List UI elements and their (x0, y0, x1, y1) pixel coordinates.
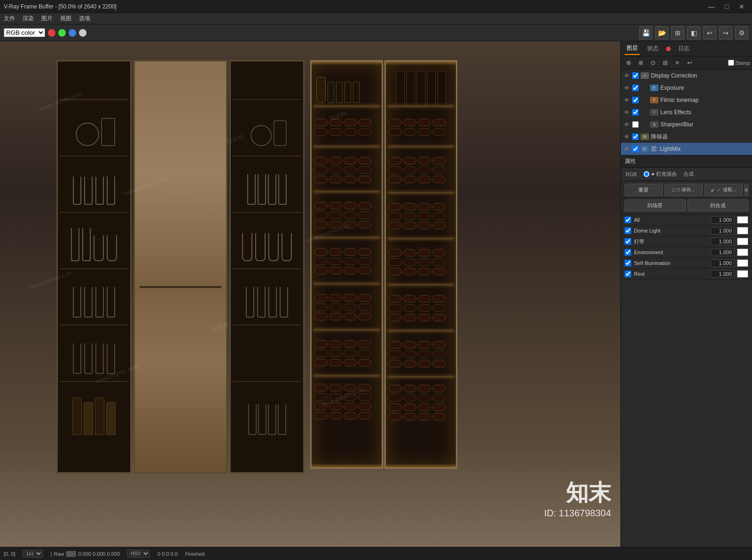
light-color-swatch-5[interactable] (737, 270, 748, 278)
layer-visible-check[interactable] (632, 121, 639, 128)
eye-icon[interactable]: 👁 (623, 121, 630, 128)
prop-buttons: 重置 □ □ 保存... ↙ ↙ 读取... ≡ (621, 181, 752, 199)
light-name-4: Self Illumination (634, 260, 708, 266)
light-value-0[interactable] (711, 216, 734, 224)
layer-filmic[interactable]: 👁 F Filmic tonemap (621, 94, 752, 106)
layer-sharpen[interactable]: 👁 S Sharpen/Blur (621, 118, 752, 131)
layer-lens[interactable]: 👁 + Lens Effects (621, 106, 752, 118)
light-value-5[interactable] (711, 270, 734, 278)
layer-visible-check[interactable] (632, 146, 639, 152)
light-value-4[interactable] (711, 259, 734, 267)
green-channel-dot[interactable] (58, 29, 66, 37)
light-check-5[interactable] (625, 271, 631, 277)
open-folder-button[interactable]: 📂 (655, 26, 668, 39)
layer-display-correction[interactable]: 👁 ✓ Display Correction (621, 70, 752, 82)
light-color-swatch-4[interactable] (737, 259, 748, 267)
layer-visible-check[interactable] (632, 133, 639, 140)
render-region-button[interactable]: ⊞ (671, 26, 684, 39)
minimize-button[interactable]: — (705, 0, 718, 13)
layer-type-icon: 层: (641, 146, 649, 152)
eye-icon[interactable]: 👁 (623, 145, 630, 153)
blue-channel-dot[interactable] (69, 29, 76, 37)
color-mode-select[interactable]: RGB color Alpha Luminance (4, 28, 45, 37)
light-mix-row: Rest (621, 269, 752, 280)
light-color-swatch-1[interactable] (737, 227, 748, 234)
add-layer-button[interactable]: ⊕ (623, 57, 634, 69)
tab-rgb[interactable]: RGB (623, 171, 640, 178)
light-color-swatch-0[interactable] (737, 216, 748, 224)
stamp-checkbox[interactable] (728, 60, 734, 66)
light-check-4[interactable] (625, 260, 631, 266)
compare-button[interactable]: ◧ (687, 26, 700, 39)
layer-visible-check[interactable] (632, 85, 639, 91)
eye-icon[interactable]: 👁 (623, 72, 630, 79)
layer-visible-check[interactable] (632, 97, 639, 103)
layer-visible-check[interactable] (632, 109, 639, 116)
load-button[interactable]: ↙ ↙ 读取... (705, 184, 743, 196)
reset-button[interactable]: 重置 (625, 184, 663, 196)
format-select[interactable]: HSV RGB (127, 550, 150, 558)
merge-layer-button[interactable]: ⊞ (659, 57, 671, 69)
menu-item-渲染[interactable]: 渲染 (23, 15, 34, 23)
eye-icon[interactable]: 👁 (623, 84, 630, 92)
coords-display: [0, 0] (4, 551, 15, 557)
layer-name: 降噪器 (651, 133, 750, 141)
light-name-3: Environment (634, 249, 708, 255)
load-icon: ↙ (711, 187, 715, 193)
light-check-0[interactable] (625, 217, 631, 223)
to-composite-button[interactable]: 到合成 (688, 199, 749, 211)
layer-type-icon: F (650, 97, 658, 103)
layer-visible-check[interactable] (632, 72, 639, 79)
layer-name: Display Correction (651, 72, 750, 79)
layers-list: 👁 ✓ Display Correction 👁 E Exposure 👁 F … (621, 70, 752, 156)
zoom-select[interactable]: 1x1 2x2 (23, 550, 43, 558)
raw-indicator: | Raw 0.000 0.000 0.000 (50, 551, 120, 557)
undo-button[interactable]: ↩ (703, 26, 716, 39)
layer-list-button[interactable]: ≡ (672, 57, 683, 69)
eye-icon[interactable]: 👁 (623, 133, 630, 140)
layer-undo-button[interactable]: ↩ (684, 57, 695, 69)
light-value-3[interactable] (711, 249, 734, 256)
status-dot (666, 47, 671, 51)
to-scene-button[interactable]: 到场景 (625, 199, 686, 211)
white-channel-dot[interactable] (79, 29, 86, 37)
layer-name: Lens Effects (660, 109, 750, 116)
menu-item-文件[interactable]: 文件 (4, 15, 15, 23)
close-button[interactable]: ✕ (735, 0, 748, 13)
save-button[interactable]: □ □ 保存... (665, 184, 703, 196)
eye-icon[interactable]: 👁 (623, 96, 630, 104)
menu-item-图片[interactable]: 图片 (41, 15, 53, 23)
duplicate-layer-button[interactable]: ⊙ (647, 57, 658, 69)
properties-section: 属性 RGB ● 灯光混合 合成 重置 □ □ 保存... (621, 156, 752, 547)
tab-layers[interactable]: 图层 (625, 42, 640, 55)
layer-lightmix[interactable]: 👁 层: 层: LightMix (621, 143, 752, 155)
layer-type-icon: S (650, 121, 658, 128)
toolbar: RGB color Alpha Luminance 💾 📂 ⊞ ◧ ↩ ↪ ⚙ (0, 24, 752, 41)
layer-denoiser[interactable]: 👁 降 降噪器 (621, 131, 752, 143)
layer-type-icon: + (650, 109, 658, 116)
menu-item-选项[interactable]: 选项 (79, 15, 90, 23)
tab-composite[interactable]: 合成 (681, 170, 697, 179)
layer-exposure[interactable]: 👁 E Exposure (621, 82, 752, 94)
red-channel-dot[interactable] (48, 29, 55, 37)
light-color-swatch-3[interactable] (737, 249, 748, 256)
list-button[interactable]: ≡ (744, 184, 748, 196)
light-check-3[interactable] (625, 249, 631, 256)
light-check-1[interactable] (625, 227, 631, 234)
remove-layer-button[interactable]: ⊗ (635, 57, 646, 69)
light-value-1[interactable] (711, 227, 734, 234)
menu-item-视图[interactable]: 视图 (60, 15, 71, 23)
settings-button[interactable]: ⚙ (735, 26, 748, 39)
redo-button[interactable]: ↪ (719, 26, 732, 39)
light-color-swatch-2[interactable] (737, 238, 748, 245)
eye-icon[interactable]: 👁 (623, 109, 630, 116)
stamp-label: Stamp (735, 60, 750, 66)
light-check-2[interactable] (625, 238, 631, 245)
save-image-button[interactable]: 💾 (639, 26, 652, 39)
tab-log[interactable]: 日志 (676, 43, 691, 54)
light-mix-row: Dome Light (621, 226, 752, 236)
tab-status[interactable]: 状态 (645, 43, 660, 54)
light-value-2[interactable] (711, 238, 734, 245)
maximize-button[interactable]: □ (720, 0, 733, 13)
light-blend-radio[interactable]: ● 灯光混合 (643, 171, 677, 178)
